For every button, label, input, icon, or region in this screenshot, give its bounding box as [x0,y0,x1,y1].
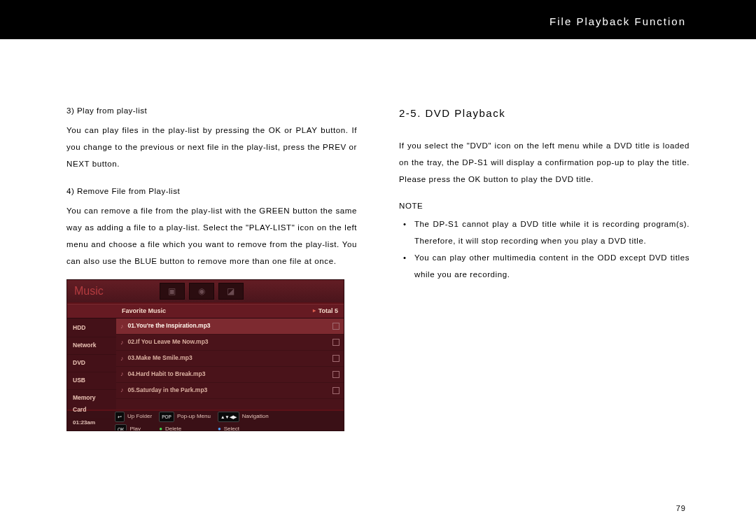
section-title: 2-5. DVD Playback [399,102,690,125]
blue-dot-icon: ● [218,424,221,431]
list-item: ♪03.Make Me Smile.mp3 [116,351,344,367]
note-item: The DP-S1 cannot play a DVD title while … [409,216,690,249]
header-bar: File Playback Function [0,0,756,39]
flag-icon: ▸ [313,305,316,317]
checkbox-icon [332,355,340,362]
shot-tab-music: Music [74,279,104,303]
green-dot-icon: ● [159,424,162,431]
left-column: 3) Play from play-list You can play file… [66,102,357,431]
sidebar-item: DVD [67,355,116,372]
list-item: ♪02.If You Leave Me Now.mp3 [116,335,344,351]
page-content: 3) Play from play-list You can play file… [0,39,756,431]
paragraph-remove-file: You can remove a file from the play-list… [66,202,357,270]
device-screenshot: Music ▣ ◉ ◪ Favorite Music ▸ Total 5 HDD… [66,279,344,431]
sidebar-item: Network [67,337,116,355]
note-label: NOTE [399,197,690,214]
sidebar-item: HDD [67,320,116,337]
subhead-play-from-playlist: 3) Play from play-list [66,102,357,119]
music-note-icon: ♪ [120,336,124,349]
checkbox-icon [332,387,340,394]
checkbox-icon [332,339,340,346]
photo-icon: ◪ [218,283,244,300]
subhead-remove-file: 4) Remove File from Play-list [66,183,357,200]
shot-list-header: Favorite Music ▸ Total 5 [67,304,344,318]
shot-list-title: Favorite Music [122,304,166,318]
music-note-icon: ♪ [120,384,124,397]
note-item: You can play other multimedia content in… [409,249,690,283]
return-key-icon: ↩ [115,412,125,423]
popup-key-icon: POP [159,412,174,423]
paragraph-dvd-playback: If you select the "DVD" icon on the left… [399,137,690,188]
right-column: 2-5. DVD Playback If you select the "DVD… [399,102,690,431]
shot-filelist: ♪01.You're the Inspiration.mp3 ♪02.If Yo… [116,318,344,410]
shot-sidebar: HDD Network DVD USB Memory Card [67,318,116,410]
music-note-icon: ♪ [120,352,124,365]
ok-key-icon: OK [115,424,127,432]
page-number: 79 [676,504,686,512]
arrows-key-icon: ▲▼◀▶ [218,412,239,423]
checkbox-icon [332,323,340,330]
shot-time: 01:23am [73,417,95,429]
header-title: File Playback Function [550,15,686,27]
list-item: ♪05.Saturday in the Park.mp3 [116,383,344,399]
list-item: ♪04.Hard Habit to Break.mp3 [116,367,344,383]
sidebar-item: USB [67,372,116,390]
checkbox-icon [332,371,340,378]
shot-body: HDD Network DVD USB Memory Card ♪01.You'… [67,318,344,410]
sidebar-item: Memory Card [67,390,116,420]
shot-top-tabs: Music ▣ ◉ ◪ [67,280,344,304]
music-icon: ◉ [189,283,214,300]
note-list: The DP-S1 cannot play a DVD title while … [399,216,690,284]
music-note-icon: ♪ [120,320,124,333]
list-item: ♪01.You're the Inspiration.mp3 [116,318,344,335]
video-icon: ▣ [160,283,185,300]
paragraph-play-from-playlist: You can play files in the play-list by p… [66,122,357,172]
shot-total-label: Total 5 [318,304,338,318]
music-note-icon: ♪ [120,368,124,381]
